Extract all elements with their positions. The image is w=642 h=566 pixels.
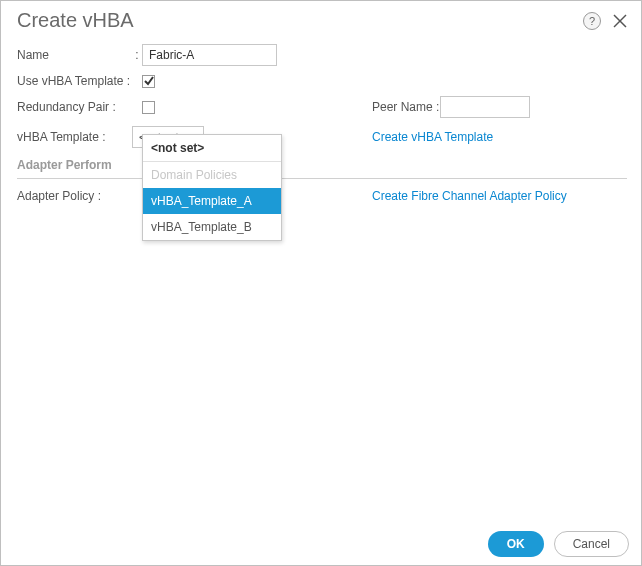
- vhba-template-dropdown-panel: <not set> Domain Policies vHBA_Template_…: [142, 134, 282, 241]
- redundancy-pair-label: Redundancy Pair :: [17, 100, 142, 114]
- dialog-footer: OK Cancel: [488, 531, 629, 557]
- redundancy-row: Redundancy Pair : Peer Name :: [17, 96, 627, 118]
- create-vhba-dialog: Create vHBA ? Name : Use vHBA Template :…: [1, 1, 642, 566]
- dialog-body: Name : Use vHBA Template : Redundancy Pa…: [1, 38, 642, 203]
- use-template-label: Use vHBA Template :: [17, 74, 142, 88]
- dropdown-item-not-set[interactable]: <not set>: [143, 135, 281, 162]
- redundancy-pair-checkbox[interactable]: [142, 101, 155, 114]
- peer-name-label: Peer Name :: [372, 100, 440, 114]
- name-row: Name :: [17, 44, 627, 66]
- dialog-titlebar: Create vHBA ?: [1, 1, 642, 38]
- vhba-template-row: vHBA Template : <not set> Create vHBA Te…: [17, 126, 627, 148]
- peer-name-input[interactable]: [440, 96, 530, 118]
- adapter-performance-section: Adapter Perform: [17, 158, 627, 176]
- help-icon[interactable]: ?: [583, 12, 601, 30]
- section-divider: [17, 178, 627, 179]
- name-label: Name: [17, 48, 132, 62]
- dialog-title: Create vHBA: [17, 9, 583, 32]
- dropdown-item-template-a[interactable]: vHBA_Template_A: [143, 188, 281, 214]
- dropdown-item-domain-policies: Domain Policies: [143, 162, 281, 188]
- use-template-row: Use vHBA Template :: [17, 74, 627, 88]
- dropdown-item-template-b[interactable]: vHBA_Template_B: [143, 214, 281, 240]
- create-vhba-template-link[interactable]: Create vHBA Template: [372, 130, 493, 144]
- adapter-policy-row: Adapter Policy : Create Fibre Channel Ad…: [17, 189, 627, 203]
- adapter-policy-label: Adapter Policy :: [17, 189, 132, 203]
- name-input[interactable]: [142, 44, 277, 66]
- vhba-template-label: vHBA Template :: [17, 130, 132, 144]
- create-adapter-policy-link[interactable]: Create Fibre Channel Adapter Policy: [372, 189, 567, 203]
- close-icon[interactable]: [609, 10, 631, 32]
- cancel-button[interactable]: Cancel: [554, 531, 629, 557]
- ok-button[interactable]: OK: [488, 531, 544, 557]
- use-template-checkbox[interactable]: [142, 75, 155, 88]
